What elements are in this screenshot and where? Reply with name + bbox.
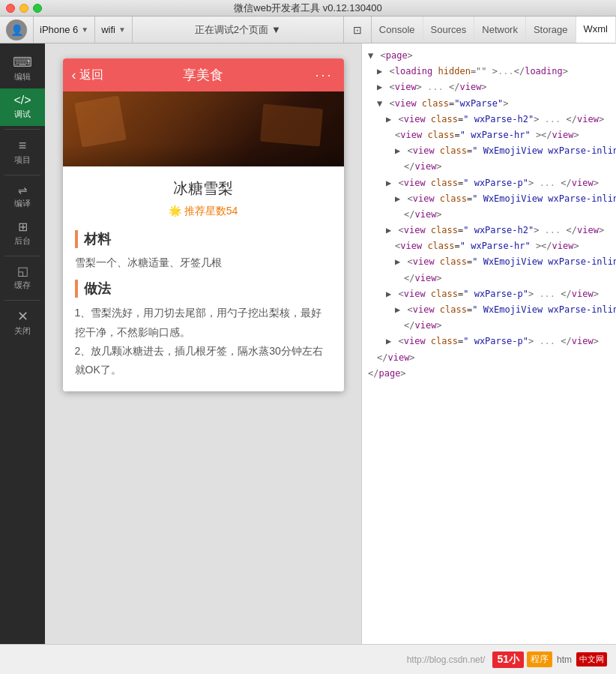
sidebar-item-compile[interactable]: ⇌ 编译 bbox=[0, 178, 45, 215]
tree-node-close-view-2[interactable]: </view> bbox=[362, 207, 616, 223]
sidebar-divider-3 bbox=[4, 256, 40, 256]
compile-icon: ⇌ bbox=[18, 184, 28, 196]
tree-node-p-2[interactable]: ▶ <view class=" wxParse-p"> ... </view> bbox=[362, 286, 616, 302]
device-selector[interactable]: iPhone 6 ▼ bbox=[34, 16, 95, 43]
sidebar-item-cache[interactable]: ◱ 缓存 bbox=[0, 259, 45, 297]
arrow-icon[interactable]: ▼ bbox=[377, 98, 382, 109]
back-chevron-icon: ‹ bbox=[72, 67, 76, 83]
phone-more-button[interactable]: ··· bbox=[315, 67, 333, 83]
arrow-icon[interactable]: ▶ bbox=[386, 114, 391, 124]
xml-tree: ▼ <page> ▶ <loading hidden="" >...</load… bbox=[362, 43, 616, 644]
back-label: 返回 bbox=[79, 67, 103, 83]
tree-node-p-3[interactable]: ▶ <view class=" wxParse-p"> ... </view> bbox=[362, 334, 616, 349]
debug-status: 正在调试2个页面 ▼ bbox=[133, 16, 344, 43]
maximize-button[interactable] bbox=[33, 4, 42, 13]
tree-node-hr-1[interactable]: <view class=" wxParse-hr" ></view> bbox=[362, 127, 616, 143]
tree-node-hr-2[interactable]: <view class=" wxParse-hr" ></view> bbox=[362, 238, 616, 254]
tree-node-emoji-inline-4[interactable]: ▶ <view class=" WxEmojiView wxParse-inli… bbox=[362, 302, 616, 318]
step-2: 2、放几颗冰糖进去，插几根牙签，隔水蒸30分钟左右就OK了。 bbox=[75, 342, 332, 379]
debug-icon: </> bbox=[13, 94, 31, 106]
tree-node-h2-1[interactable]: ▶ <view class=" wxParse-h2"> ... </view> bbox=[362, 112, 616, 127]
cache-icon: ◱ bbox=[17, 265, 28, 277]
left-sidebar: ⌨ 编辑 </> 调试 ≡ 项目 ⇌ 编译 ⊞ 后台 ◱ 缓存 ✕ 关闭 bbox=[0, 43, 45, 644]
arrow-icon[interactable]: ▶ bbox=[377, 66, 382, 76]
phone-back-button[interactable]: ‹ 返回 bbox=[72, 67, 103, 83]
arrow-icon[interactable]: ▶ bbox=[395, 193, 400, 204]
arrow-icon[interactable]: ▶ bbox=[386, 289, 391, 299]
sidebar-item-project[interactable]: ≡ 项目 bbox=[0, 133, 45, 172]
stars-icon: 🌟 bbox=[169, 205, 181, 217]
devtools-panel: ▼ <page> ▶ <loading hidden="" >...</load… bbox=[361, 43, 616, 644]
watermark-url: http://blog.csdn.net/ bbox=[407, 655, 486, 665]
device-chevron-icon: ▼ bbox=[81, 25, 88, 34]
network-selector[interactable]: wifi ▼ bbox=[95, 16, 133, 43]
tab-sources[interactable]: Sources bbox=[423, 16, 475, 43]
tab-storage[interactable]: Storage bbox=[526, 16, 576, 43]
tree-node-page-open[interactable]: ▼ <page> bbox=[362, 48, 616, 64]
toolbar: 👤 iPhone 6 ▼ wifi ▼ 正在调试2个页面 ▼ ⊡ Console… bbox=[0, 16, 616, 43]
traffic-lights bbox=[6, 4, 42, 13]
arrow-icon[interactable]: ▼ bbox=[368, 50, 373, 61]
logo-box-1: 51小 bbox=[492, 652, 524, 668]
tree-node-emoji-inline-2[interactable]: ▶ <view class=" WxEmojiView wxParse-inli… bbox=[362, 191, 616, 207]
avatar[interactable]: 👤 bbox=[6, 19, 27, 40]
tree-node-wxparse-close[interactable]: </view> bbox=[362, 350, 616, 366]
recipe-hero-image bbox=[63, 91, 344, 166]
ingredients-heading: 材料 bbox=[75, 230, 332, 248]
arrow-icon[interactable]: ▶ bbox=[377, 82, 382, 92]
avatar-area: 👤 bbox=[0, 16, 34, 43]
stars-link[interactable]: 推荐星数54 bbox=[184, 205, 238, 217]
tab-console[interactable]: Console bbox=[372, 16, 423, 43]
arrow-icon[interactable]: ▶ bbox=[395, 304, 400, 315]
recipe-content: 冰糖雪梨 🌟 推荐星数54 材料 雪梨一个、冰糖适量、牙签几根 做法 1、雪梨洗… bbox=[63, 166, 344, 391]
recipe-steps: 1、雪梨洗好，用刀切去尾部，用勺子挖出梨核，最好挖干净，不然影响口感。 2、放几… bbox=[75, 304, 332, 379]
sidebar-divider-2 bbox=[4, 175, 40, 175]
arrow-icon[interactable]: ▶ bbox=[386, 178, 391, 188]
tree-node-emoji-inline-3[interactable]: ▶ <view class=" WxEmojiView wxParse-inli… bbox=[362, 254, 616, 270]
sidebar-label-compile: 编译 bbox=[14, 198, 31, 209]
arrow-icon[interactable]: ▶ bbox=[386, 336, 391, 346]
window-title: 微信web开发者工具 v0.12.130400 bbox=[234, 1, 381, 15]
sidebar-item-close[interactable]: ✕ 关闭 bbox=[0, 304, 45, 343]
tree-node-close-view-3[interactable]: </view> bbox=[362, 271, 616, 286]
recipe-title: 冰糖雪梨 bbox=[75, 178, 332, 199]
tree-node-close-view-1[interactable]: </view> bbox=[362, 159, 616, 175]
sidebar-item-edit[interactable]: ⌨ 编辑 bbox=[0, 49, 45, 88]
arrow-icon[interactable]: ▶ bbox=[386, 225, 391, 235]
titlebar: 微信web开发者工具 v0.12.130400 bbox=[0, 0, 616, 16]
tab-wxml[interactable]: Wxml bbox=[576, 16, 617, 43]
footer-watermark: http://blog.csdn.net/ 51小 程序 htm 中文网 bbox=[0, 644, 616, 674]
device-label: iPhone 6 bbox=[40, 24, 78, 35]
watermark-logo: http://blog.csdn.net/ 51小 程序 htm 中文网 bbox=[407, 652, 607, 668]
sidebar-item-debug[interactable]: </> 调试 bbox=[0, 88, 45, 126]
tree-node-h2-2[interactable]: ▶ <view class=" wxParse-h2"> ... </view> bbox=[362, 223, 616, 238]
logo-box-3: 中文网 bbox=[576, 652, 607, 667]
phone-simulator-panel: ‹ 返回 享美食 ··· 冰糖雪梨 🌟 bbox=[45, 43, 361, 644]
more-icon: ··· bbox=[315, 67, 333, 82]
step-1: 1、雪梨洗好，用刀切去尾部，用勺子挖出梨核，最好挖干净，不然影响口感。 bbox=[75, 304, 332, 341]
close-sidebar-icon: ✕ bbox=[17, 310, 28, 323]
phone-nav-bar: ‹ 返回 享美食 ··· bbox=[63, 58, 344, 91]
stars-text: 推荐星数54 bbox=[184, 205, 238, 217]
status-chevron-icon: ▼ bbox=[271, 24, 281, 35]
arrow-icon[interactable]: ▶ bbox=[395, 256, 400, 267]
logo-separator: htm bbox=[557, 655, 572, 665]
project-icon: ≡ bbox=[19, 139, 27, 152]
edit-icon: ⌨ bbox=[13, 55, 32, 69]
method-heading: 做法 bbox=[75, 280, 332, 298]
tree-node-p-1[interactable]: ▶ <view class=" wxParse-p"> ... </view> bbox=[362, 175, 616, 191]
tree-node-emoji-inline-1[interactable]: ▶ <view class=" WxEmojiView wxParse-inli… bbox=[362, 143, 616, 159]
tree-node-close-view-4[interactable]: </view> bbox=[362, 318, 616, 334]
arrow-icon[interactable]: ▶ bbox=[395, 145, 400, 156]
inspect-button[interactable]: ⊡ bbox=[344, 16, 372, 43]
tree-node-loading[interactable]: ▶ <loading hidden="" >...</loading> bbox=[362, 64, 616, 79]
tab-network[interactable]: Network bbox=[474, 16, 526, 43]
close-button[interactable] bbox=[6, 4, 15, 13]
minimize-button[interactable] bbox=[19, 4, 28, 13]
tree-node-wxparse-open[interactable]: ▼ <view class="wxParse"> bbox=[362, 96, 616, 112]
sidebar-item-backend[interactable]: ⊞ 后台 bbox=[0, 215, 45, 253]
phone-frame: ‹ 返回 享美食 ··· 冰糖雪梨 🌟 bbox=[63, 58, 344, 391]
tree-node-page-close[interactable]: </page> bbox=[362, 366, 616, 382]
tree-node-view1[interactable]: ▶ <view> ... </view> bbox=[362, 79, 616, 95]
sidebar-label-backend: 后台 bbox=[14, 235, 31, 247]
